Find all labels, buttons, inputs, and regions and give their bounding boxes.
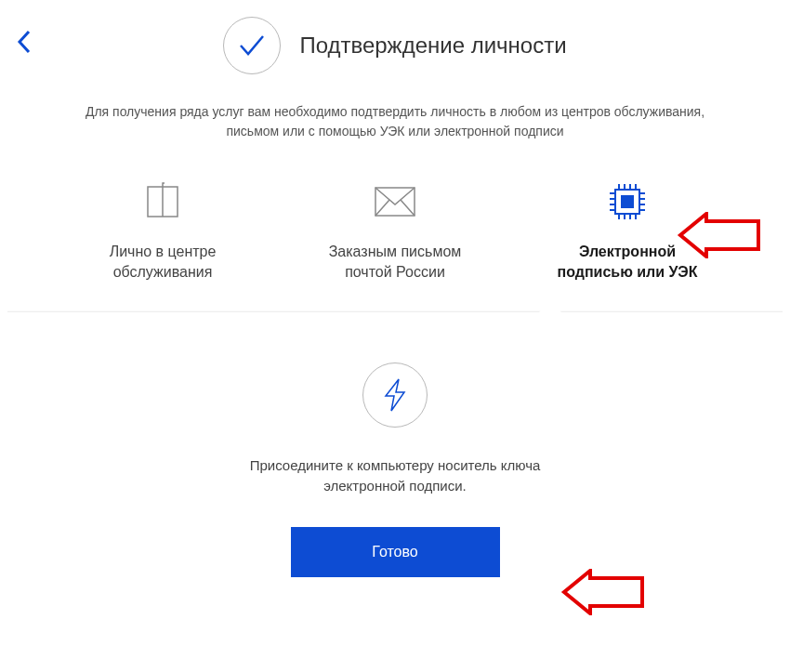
lightning-icon <box>382 377 408 413</box>
checkmark-icon <box>235 29 269 62</box>
option-in-person[interactable]: Лично в центре обслуживания <box>65 178 260 283</box>
chip-icon <box>606 178 649 225</box>
chevron-left-icon <box>17 30 32 54</box>
instruction-panel: Присоедините к компьютеру носитель ключа… <box>7 311 783 624</box>
page-header: Подтверждение личности <box>0 0 790 102</box>
panel-icon-circle <box>362 362 428 428</box>
description-line-1: Для получения ряда услуг вам необходимо … <box>86 104 704 119</box>
description-line-2: письмом или с помощью УЭК или электронно… <box>226 124 563 138</box>
folder-icon <box>142 178 183 225</box>
page-description: Для получения ряда услуг вам необходимо … <box>0 102 790 141</box>
page-title: Подтверждение личности <box>299 33 566 59</box>
back-button[interactable] <box>17 30 32 60</box>
option-by-mail[interactable]: Заказным письмом почтой России <box>297 178 493 283</box>
header-status-circle <box>223 17 281 74</box>
verification-options: Лично в центре обслуживания Заказным пис… <box>0 178 790 283</box>
svg-rect-2 <box>621 195 634 208</box>
instruction-text: Присоедините к компьютеру носитель ключа… <box>26 455 764 497</box>
ready-button[interactable]: Готово <box>291 527 500 577</box>
envelope-icon <box>374 178 416 225</box>
annotation-arrow-top <box>677 212 762 262</box>
annotation-arrow-bottom <box>560 569 646 619</box>
option-label: Лично в центре обслуживания <box>110 242 217 283</box>
option-label: Заказным письмом почтой России <box>329 242 462 283</box>
